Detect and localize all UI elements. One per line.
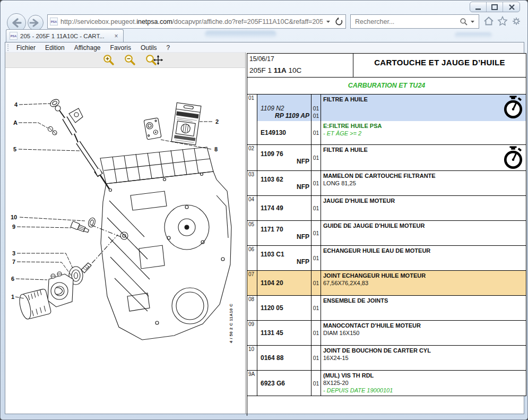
diagram-callout-9[interactable]: 9 [12,224,15,230]
cell-text: 01 [313,204,319,212]
cell-text: ECHANGEUR HUILE EAU DE MOTEUR [323,247,524,254]
row-number: 03 [247,171,257,195]
part-reference: 1120 05 [257,296,311,320]
oil-filter-art [18,288,51,320]
table-row[interactable]: 071104 2001JOINT ECHANGEUR HUILE MOTEUR6… [247,271,526,296]
menu-item-help[interactable]: ? [162,44,175,52]
menu-item-fichier[interactable]: Fichier [12,44,40,52]
cell-text: NFP [261,158,310,165]
table-row[interactable]: 021109 76NFP01FILTRE A HUILE [247,145,526,171]
engine-block-art [100,147,231,340]
table-row[interactable]: 051171 70NFP01GUIDE DE JAUGE D'HUILE MOT… [247,221,526,246]
home-icon[interactable] [483,16,495,27]
parts-panel: 15/06/17 205F 1 11A 10C CARTOUCHE ET JAU… [247,53,526,416]
menu-item-affichage[interactable]: Affichage [70,44,106,52]
part-description: JOINT DE BOUCHON DE CARTER CYL16X24-15 [321,346,526,370]
table-left-border-extension [247,396,247,416]
part-description: (MUL) VIS TH RDL8X125-20- DEPUIS DATE 19… [321,371,526,396]
maximize-button[interactable] [487,2,503,12]
part-quantity: 01 [311,171,321,195]
background-blur [455,32,492,38]
part-description: MANOCONTACT D'HUILE MOTEURDIAM 16X150 [321,321,526,345]
cell-text: 0164 88 [261,354,310,362]
part-description: E:FILTRE HUILE PSA- ET ÂGE >= 2 [321,121,526,144]
part-quantity: 01 [311,346,321,370]
table-row[interactable]: 081120 0501ENSEMBLE DE JOINTS [247,296,526,321]
refresh-icon[interactable] [334,17,343,27]
table-row[interactable]: 100164 8801JOINT DE BOUCHON DE CARTER CY… [247,346,526,371]
row-number: 02 [247,145,257,170]
cell-text: NFP [261,183,310,191]
row-number: 01 [247,95,257,144]
search-icon[interactable] [460,18,468,26]
cell-text: ENSEMBLE DE JOINTS [323,297,524,304]
menu-bar-items: FichierEditionAffichageFavorisOutils? [12,42,175,53]
part-reference: 1103 C1NFP [257,246,311,270]
cell-text: 1131 45 [261,329,310,337]
table-row[interactable]: 031103 62NFP01MAMELON DE CARTOUCHE FILTR… [247,171,526,196]
menu-item-outils[interactable]: Outils [136,44,162,52]
maximize-icon [487,3,502,12]
callout-leader-line [19,149,80,151]
table-row[interactable]: 061103 C1NFP01ECHANGEUR HUILE EAU DE MOT… [247,246,526,271]
favorites-star-icon[interactable] [497,16,509,27]
address-bar[interactable]: PSA http://servicebox.peugeot.inetpsa.co… [47,14,346,29]
content-frame: FichierEditionAffichageFavorisOutils? [5,42,524,414]
exchanger-art [48,272,73,307]
diagram-callout-6[interactable]: 6 [11,276,14,282]
table-row[interactable]: 9A6923 G601(MUL) VIS TH RDL8X125-20- DEP… [247,371,526,396]
diagram-callout-8[interactable]: 8 [214,146,218,152]
document-title-cell: CARTOUCHE ET JAUGE D’HUILE [353,54,526,77]
search-box[interactable] [350,14,479,29]
tab-close-icon[interactable]: × [112,32,120,40]
cell-text: GUIDE DE JAUGE D'HUILE MOTEUR [323,222,524,229]
diagram-callout-7[interactable]: 7 [12,259,15,265]
minimize-button[interactable] [470,2,487,12]
settings-gear-icon[interactable] [511,16,523,27]
table-row[interactable]: 091131 4501MANOCONTACT D'HUILE MOTEURDIA… [247,321,526,346]
diagram-callout-3[interactable]: 3 [12,250,15,256]
part-quantity: 01 [311,196,321,220]
diagram-callout-10[interactable]: 10 [11,214,17,220]
diagram-callout-5[interactable]: 5 [13,146,16,152]
cell-text: NFP [261,233,310,241]
dipstick-art [48,98,110,189]
table-row[interactable]: 011109 N2RP 1109 AP0101FILTRE A HUILEE14… [247,95,526,145]
cell-text: MANOCONTACT D'HUILE MOTEUR [323,322,524,329]
menu-item-edition[interactable]: Edition [40,44,70,52]
diagram-toolbar [5,53,245,68]
diagram-callout-A[interactable]: A [13,119,18,126]
part-description: MAMELON DE CARTOUCHE FILTRANTELONG 81,25 [321,171,526,195]
browser-tab[interactable]: PSA 205 - 205F 1 11A10C - CART... × [6,29,124,42]
zoom-out-button[interactable] [124,54,136,66]
diagram-callout-2[interactable]: 2 [215,118,219,125]
background-blur [205,31,276,38]
cell-text: RP 1109 AP [261,112,310,119]
diagram-callout-1[interactable]: 1 [11,294,14,300]
cell-text: 01 [313,229,319,237]
diagram-callout-4[interactable]: 4 [14,101,18,108]
search-input[interactable] [354,18,457,26]
sensor-art [71,217,121,237]
zoom-in-button[interactable] [102,54,115,66]
menu-grip [7,44,10,51]
zoom-pan-button[interactable] [145,54,163,66]
url-dropdown-icon[interactable] [325,20,331,24]
menu-item-favoris[interactable]: Favoris [106,44,136,52]
cell-text: 1120 05 [261,304,310,312]
cell-text: 01 [313,112,319,119]
document-subtitle: CARBURATION ET TU24 [247,78,526,95]
close-button[interactable] [503,2,520,12]
cell-text: 01 [313,380,319,387]
cell-text: 01 [313,304,319,312]
forward-button[interactable] [28,15,44,31]
cell-text: 1104 20 [261,279,310,287]
callout-leader-line [19,123,48,128]
filter-box-art [171,102,201,145]
table-row[interactable]: 041174 4901JAUGE D'HUILE MOTEUR [247,196,526,221]
url-text[interactable]: http://servicebox.peugeot.inetpsa.com/do… [60,18,323,25]
row-number: 09 [247,321,257,345]
search-dropdown-icon[interactable] [470,20,475,24]
table-header: 15/06/17 205F 1 11A 10C CARTOUCHE ET JAU… [247,54,526,78]
row-number: 04 [247,196,257,220]
